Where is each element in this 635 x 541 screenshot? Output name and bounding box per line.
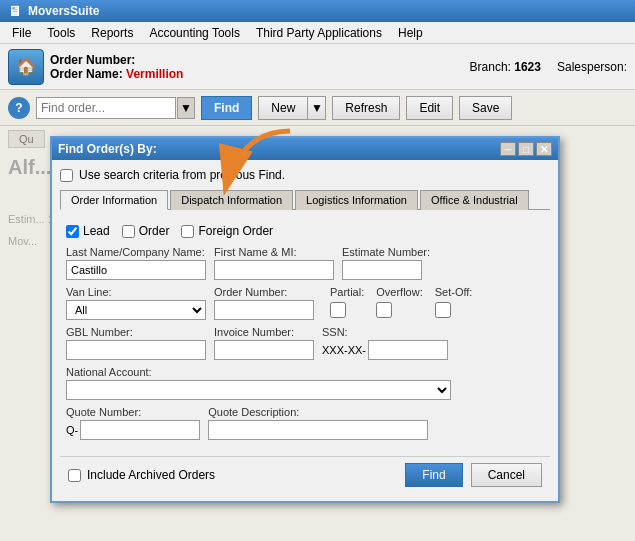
app-icon: 🖥 [8,3,22,19]
tab-logistics-information[interactable]: Logistics Information [295,190,418,210]
tab-order-information[interactable]: Order Information [60,190,168,210]
estimate-label: Estimate Number: [342,246,430,258]
new-btn-group: New ▼ [258,96,326,120]
last-name-label: Last Name/Company Name: [66,246,206,258]
last-name-input[interactable] [66,260,206,280]
national-account-group: National Account: [66,366,451,400]
find-button[interactable]: Find [201,96,252,120]
invoice-input[interactable] [214,340,314,360]
app-title: MoversSuite [28,4,99,18]
ssn-group: SSN: XXX-XX- [322,326,448,360]
national-account-row: National Account: [66,366,544,400]
first-name-group: First Name & MI: [214,246,334,280]
partial-group: Partial: [330,286,364,318]
prev-criteria-checkbox[interactable] [60,169,73,182]
partial-label: Partial: [330,286,364,298]
quote-number-group: Quote Number: Q- [66,406,200,440]
national-account-select[interactable] [66,380,451,400]
set-off-checkbox[interactable] [435,302,451,318]
dialog-cancel-button[interactable]: Cancel [471,463,542,487]
set-off-label: Set-Off: [435,286,473,298]
ssn-label: SSN: [322,326,448,338]
find-order-input[interactable] [36,97,176,119]
foreign-order-checkbox-item: Foreign Order [181,224,273,238]
dialog-title-bar: Find Order(s) By: ─ □ ✕ [52,138,558,160]
new-button[interactable]: New [258,96,308,120]
include-archived-checkbox[interactable] [68,469,81,482]
name-row: Last Name/Company Name: First Name & MI:… [66,246,544,280]
menu-accounting-tools[interactable]: Accounting Tools [141,24,248,42]
quote-number-input[interactable] [80,420,200,440]
order-label: Order [139,224,170,238]
menu-third-party[interactable]: Third Party Applications [248,24,390,42]
order-number-input[interactable] [214,300,314,320]
dialog-close[interactable]: ✕ [536,142,552,156]
dialog-controls: ─ □ ✕ [500,142,552,156]
first-name-input[interactable] [214,260,334,280]
menu-reports[interactable]: Reports [83,24,141,42]
van-line-group: Van Line: All United Allied [66,286,206,320]
ssn-input-row: XXX-XX- [322,340,448,360]
title-bar: 🖥 MoversSuite [0,0,635,22]
home-button[interactable]: 🏠 [8,49,44,85]
dialog-body: Use search criteria from previous Find. … [52,160,558,501]
quote-number-input-row: Q- [66,420,200,440]
main-tab-qu[interactable]: Qu [8,130,45,148]
foreign-order-checkbox[interactable] [181,225,194,238]
help-button[interactable]: ? [8,97,30,119]
form-section: Lead Order Foreign Order Last Name/Compa… [60,218,550,452]
gbl-label: GBL Number: [66,326,206,338]
menu-help[interactable]: Help [390,24,431,42]
dialog-maximize[interactable]: □ [518,142,534,156]
national-account-label: National Account: [66,366,451,378]
dialog-minimize[interactable]: ─ [500,142,516,156]
lead-checkbox[interactable] [66,225,79,238]
find-toolbar: ? ▼ Find New ▼ Refresh Edit Save [0,90,635,126]
branch-label: Branch: [470,60,511,74]
quote-prefix: Q- [66,424,78,436]
find-orders-dialog: Find Order(s) By: ─ □ ✕ Use search crite… [50,136,560,503]
quote-desc-group: Quote Description: [208,406,428,440]
menu-file[interactable]: File [4,24,39,42]
save-button[interactable]: Save [459,96,512,120]
order-number-label: Order Number: [50,53,135,67]
order-info: Order Number: Order Name: Vermillion [50,53,183,81]
quote-desc-input[interactable] [208,420,428,440]
toolbar-right: Branch: 1623 Salesperson: [470,60,627,74]
tab-office-industrial[interactable]: Office & Industrial [420,190,529,210]
toolbar-left: 🏠 Order Number: Order Name: Vermillion [8,49,462,85]
dialog-footer: Include Archived Orders Find Cancel [60,456,550,493]
van-line-label: Van Line: [66,286,206,298]
prev-criteria-row: Use search criteria from previous Find. [60,168,550,182]
top-toolbar: 🏠 Order Number: Order Name: Vermillion B… [0,44,635,90]
main-area: Qu Alf... Estim... 1623... Mov... Find O… [0,126,635,541]
order-number-group: Order Number: [214,286,314,320]
dialog-find-button[interactable]: Find [405,463,462,487]
last-name-group: Last Name/Company Name: [66,246,206,280]
overflow-checkbox[interactable] [376,302,392,318]
vanline-row: Van Line: All United Allied Order Number… [66,286,544,320]
ssn-prefix: XXX-XX- [322,344,366,356]
menu-tools[interactable]: Tools [39,24,83,42]
ssn-input[interactable] [368,340,448,360]
partial-checkbox[interactable] [330,302,346,318]
type-checkboxes: Lead Order Foreign Order [66,224,544,238]
prev-criteria-label: Use search criteria from previous Find. [79,168,285,182]
gbl-row: GBL Number: Invoice Number: SSN: XXX-XX- [66,326,544,360]
order-checkbox[interactable] [122,225,135,238]
gbl-input[interactable] [66,340,206,360]
dialog-tabs: Order Information Dispatch Information L… [60,190,550,210]
edit-button[interactable]: Edit [406,96,453,120]
new-dropdown-arrow[interactable]: ▼ [308,96,326,120]
estimate-group: Estimate Number: [342,246,430,280]
order-checkbox-item: Order [122,224,170,238]
tab-dispatch-information[interactable]: Dispatch Information [170,190,293,210]
van-line-select[interactable]: All United Allied [66,300,206,320]
estimate-input[interactable] [342,260,422,280]
refresh-button[interactable]: Refresh [332,96,400,120]
branch-info: Branch: 1623 [470,60,541,74]
lead-checkbox-item: Lead [66,224,110,238]
foreign-order-label: Foreign Order [198,224,273,238]
order-name-label: Order Name: [50,67,123,81]
find-dropdown-arrow[interactable]: ▼ [177,97,195,119]
